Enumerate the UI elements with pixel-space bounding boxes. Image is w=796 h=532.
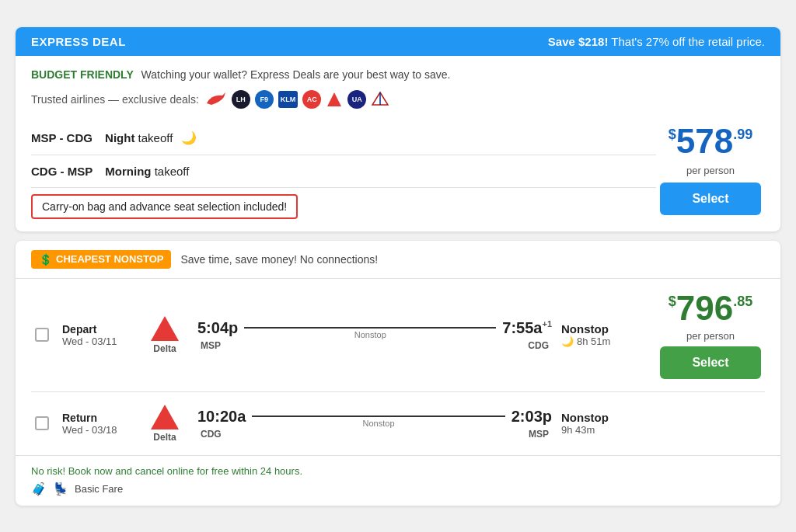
airline-icons: LH F9 KLM AC UA <box>205 90 390 109</box>
depart-date: Wed - 03/11 <box>62 336 132 347</box>
outbound-takeoff-bold: Night <box>105 131 134 144</box>
nonstop-footer: No risk! Book now and cancel online for … <box>16 455 780 506</box>
return-nonstop-line-label: Nonstop <box>363 419 395 428</box>
savings-suffix: That's 27% off the retail price. <box>611 35 765 48</box>
return-takeoff: Morning takeoff <box>105 165 189 178</box>
express-price-cents: .99 <box>733 127 752 141</box>
nonstop-price-col: $ 796 .85 per person Select <box>656 291 765 379</box>
depart-duration: 8h 51m <box>577 336 610 347</box>
delta-logo-return <box>151 405 179 429</box>
depart-to-airport: CDG <box>528 340 549 351</box>
depart-times-col: 5:04p Nonstop 7:55a+1 MSP CDG <box>197 319 552 351</box>
express-price-display: $ 578 .99 <box>669 124 752 158</box>
southwest-icon <box>205 91 227 108</box>
nonstop-header-text: Save time, save money! No connections! <box>180 253 378 266</box>
depart-nonstop-line-label: Nonstop <box>354 330 386 339</box>
depart-flight-row: Depart Wed - 03/11 Delta 5:04p Nonstop 7… <box>31 279 765 392</box>
express-deal-body: BUDGET FRIENDLY Watching your wallet? Ex… <box>16 56 780 231</box>
frontier-icon: F9 <box>255 90 274 109</box>
lufthansa-icon: LH <box>232 90 250 109</box>
depart-checkbox[interactable] <box>35 328 49 342</box>
depart-time: 5:04p <box>197 319 238 337</box>
express-deal-title: EXPRESS DEAL <box>31 35 126 48</box>
depart-airline-col: Delta <box>141 316 188 354</box>
express-price-main: 578 <box>676 124 733 158</box>
trusted-label: Trusted airlines — exclusive deals: <box>31 93 199 106</box>
return-route-row: CDG - MSP Morning takeoff <box>31 155 656 188</box>
return-checkbox-col[interactable] <box>31 416 53 430</box>
nonstop-select-button[interactable]: Select <box>660 346 761 379</box>
return-duration: 9h 43m <box>561 424 595 436</box>
return-takeoff-bold: Morning <box>105 165 151 178</box>
express-select-button[interactable]: Select <box>660 183 761 215</box>
cheapest-nonstop-label: CHEAPEST NONSTOP <box>56 253 163 265</box>
outbound-route-row: MSP - CDG Night takeoff 🌙 <box>31 121 656 155</box>
depart-col: Depart Wed - 03/11 <box>62 323 132 347</box>
express-price-col: $ 578 .99 per person Select <box>656 124 765 215</box>
depart-flight-line: Nonstop <box>244 327 496 329</box>
aircanada-icon: AC <box>302 90 321 109</box>
savings-amount: Save $218! <box>548 35 609 48</box>
express-per-person: per person <box>686 165 735 176</box>
outbound-route-code: MSP - CDG <box>31 131 93 144</box>
carry-on-text: Carry-on bag and advance seat selection … <box>42 200 287 213</box>
express-deal-savings: Save $218! That's 27% off the retail pri… <box>548 35 765 48</box>
depart-airline-name: Delta <box>153 343 176 354</box>
nonstop-price-display: $ 796 .85 <box>669 291 752 325</box>
no-risk-text: No risk! Book now and cancel online for … <box>31 465 765 477</box>
nonstop-body: Depart Wed - 03/11 Delta 5:04p Nonstop 7… <box>16 279 780 455</box>
depart-duration-row: 🌙 8h 51m <box>561 336 647 347</box>
american-icon <box>371 91 389 108</box>
return-flight-line: Nonstop <box>252 416 504 417</box>
express-price-dollar: $ <box>669 127 676 141</box>
return-checkbox[interactable] <box>35 416 49 430</box>
return-flight-row: Return Wed - 03/18 Delta 10:20a Nonstop … <box>31 392 765 455</box>
depart-arrive-time: 7:55a+1 <box>502 319 552 337</box>
outbound-takeoff: Night takeoff <box>105 131 176 144</box>
return-from-airport: CDG <box>201 429 222 440</box>
seat-icon: 💺 <box>53 482 68 496</box>
depart-airports-row: MSP CDG <box>197 340 552 351</box>
depart-label: Depart <box>62 323 132 336</box>
return-to-airport: MSP <box>529 429 549 440</box>
depart-arrive-super: +1 <box>542 319 552 329</box>
moon-icon-outbound: 🌙 <box>181 131 197 144</box>
svg-marker-0 <box>327 92 341 106</box>
return-col: Return Wed - 03/18 <box>62 412 132 436</box>
delta-icon-header <box>326 91 343 108</box>
return-nonstop-heading: Nonstop <box>561 411 647 424</box>
delta-logo-depart <box>151 316 179 341</box>
return-times-col: 10:20a Nonstop 2:03p CDG MSP <box>197 408 552 440</box>
express-deal-card: EXPRESS DEAL Save $218! That's 27% off t… <box>16 27 780 231</box>
cheapest-nonstop-card: 💲 CHEAPEST NONSTOP Save time, save money… <box>16 241 780 506</box>
carry-on-box: Carry-on bag and advance seat selection … <box>31 194 298 219</box>
return-nonstop-col: Nonstop 9h 43m <box>561 411 647 436</box>
nonstop-price-dollar: $ <box>669 294 676 308</box>
return-airline-col: Delta <box>141 405 188 443</box>
nonstop-price-main: 796 <box>676 291 733 325</box>
depart-from-airport: MSP <box>201 340 221 351</box>
depart-times-row: 5:04p Nonstop 7:55a+1 <box>197 319 552 337</box>
dollar-circle-icon: 💲 <box>39 253 52 266</box>
nonstop-card-header: 💲 CHEAPEST NONSTOP Save time, save money… <box>16 241 780 279</box>
return-depart-time: 10:20a <box>197 408 246 426</box>
return-takeoff-suffix: takeoff <box>152 165 190 178</box>
depart-nonstop-heading: Nonstop <box>561 322 647 336</box>
basic-fare-row: 🧳 💺 Basic Fare <box>31 482 765 496</box>
return-arrive-time: 2:03p <box>511 408 552 426</box>
return-airports-row: CDG MSP <box>197 429 552 440</box>
budget-friendly-row: BUDGET FRIENDLY Watching your wallet? Ex… <box>31 68 765 81</box>
depart-moon-icon: 🌙 <box>561 336 574 347</box>
return-route-code: CDG - MSP <box>31 165 93 178</box>
return-duration-row: 9h 43m <box>561 424 647 436</box>
return-airline-name: Delta <box>153 432 176 443</box>
depart-checkbox-col[interactable] <box>31 328 53 342</box>
trusted-airlines-row: Trusted airlines — exclusive deals: LH F… <box>31 90 765 109</box>
express-flights-row: MSP - CDG Night takeoff 🌙 CDG - MSP Morn… <box>31 121 765 219</box>
express-deal-header: EXPRESS DEAL Save $218! That's 27% off t… <box>16 27 780 56</box>
budget-label: BUDGET FRIENDLY <box>31 68 134 81</box>
klm-icon: KLM <box>278 91 298 108</box>
main-container: EXPRESS DEAL Save $218! That's 27% off t… <box>16 27 780 506</box>
return-times-row: 10:20a Nonstop 2:03p <box>197 408 552 426</box>
budget-text: Watching your wallet? Express Deals are … <box>141 68 451 81</box>
